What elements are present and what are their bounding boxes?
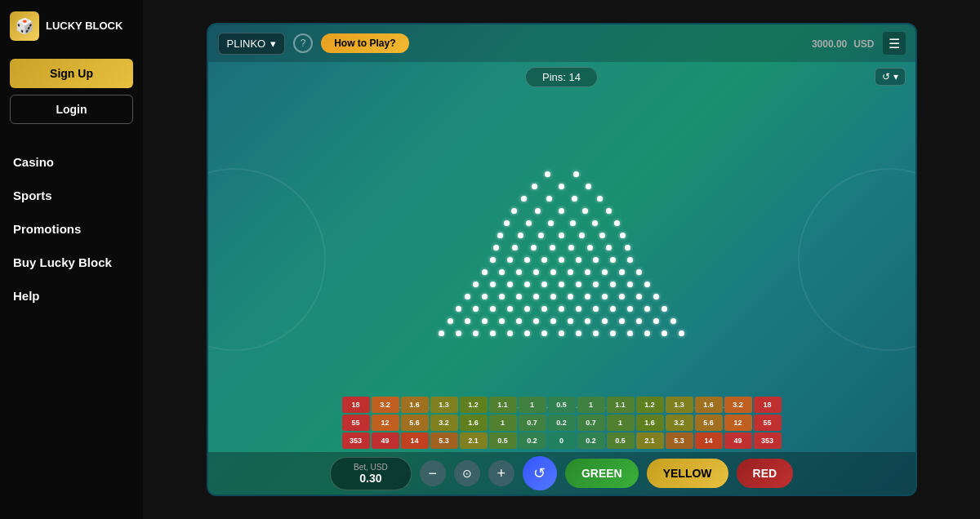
nav-menu: CasinoSportsPromotionsBuy Lucky BlockHel… <box>0 147 143 311</box>
how-to-play-button[interactable]: How to Play? <box>321 33 408 53</box>
plinko-board-inner <box>358 98 766 408</box>
pin-row <box>484 257 639 263</box>
pin <box>568 245 574 251</box>
pin <box>619 318 625 324</box>
sidebar-item-casino[interactable]: Casino <box>7 147 136 177</box>
multiplier-cell: 14 <box>695 432 723 449</box>
spin-button[interactable]: ↺ <box>523 456 557 490</box>
multiplier-cell: 18 <box>342 397 370 413</box>
pin <box>573 171 579 177</box>
pin <box>532 184 537 189</box>
minus-button[interactable]: − <box>420 460 446 486</box>
pin <box>662 330 667 336</box>
pin <box>541 257 547 263</box>
pin <box>620 233 626 238</box>
pin-row <box>467 282 656 287</box>
multiplier-cell: 1 <box>519 397 546 413</box>
sidebar-item-help[interactable]: Help <box>7 281 136 311</box>
red-button[interactable]: RED <box>737 459 794 488</box>
pin <box>541 306 547 312</box>
pin <box>541 282 547 287</box>
signup-button[interactable]: Sign Up <box>10 59 133 88</box>
game-name: PLINKO <box>227 38 266 50</box>
yellow-button[interactable]: YELLOW <box>647 459 728 488</box>
game-selector[interactable]: PLINKO ▾ <box>218 33 286 55</box>
pin <box>627 330 633 336</box>
multiplier-cell: 353 <box>754 432 782 449</box>
pin <box>518 233 523 238</box>
refresh-button[interactable]: ↺ ▾ <box>875 68 906 86</box>
pin <box>524 257 530 263</box>
pin-row <box>533 171 590 177</box>
pin <box>644 282 650 287</box>
pin-row <box>521 184 602 189</box>
multiplier-cell: 0.5 <box>607 432 635 449</box>
login-button[interactable]: Login <box>10 95 133 124</box>
pin <box>550 269 556 275</box>
plus-button[interactable]: + <box>488 460 514 486</box>
logo-area: 🎲 LUCKY BLOCK <box>0 0 143 52</box>
pin <box>548 220 554 226</box>
sidebar-item-promotions[interactable]: Promotions <box>7 214 136 244</box>
multiplier-cell: 0.2 <box>577 432 605 449</box>
multiplier-cell: 1.1 <box>607 397 635 413</box>
pin <box>490 330 496 336</box>
sidebar: 🎲 LUCKY BLOCK Sign Up Login CasinoSports… <box>0 0 143 519</box>
pin <box>610 257 616 263</box>
pin <box>516 318 522 324</box>
chevron-down-icon: ▾ <box>893 71 898 82</box>
pin <box>653 318 659 324</box>
pin <box>570 220 576 226</box>
logo-text: LUCKY BLOCK <box>46 20 122 33</box>
multiplier-cell: 0.5 <box>489 432 517 449</box>
pin <box>559 233 564 238</box>
pin <box>538 233 544 238</box>
multiplier-cell: 5.3 <box>666 432 693 449</box>
pin-row <box>459 294 665 299</box>
pin <box>585 269 590 275</box>
pin <box>627 282 633 287</box>
pin <box>568 269 573 275</box>
sidebar-item-buy[interactable]: Buy Lucky Block <box>7 247 136 277</box>
pin <box>493 245 499 251</box>
pin <box>524 330 530 336</box>
pin-row <box>496 220 628 226</box>
pin-row <box>487 245 637 251</box>
sidebar-item-sports[interactable]: Sports <box>7 180 136 211</box>
multiplier-cell: 1.6 <box>401 397 429 413</box>
multiplier-cell: 1.3 <box>430 397 458 413</box>
pin-row <box>450 306 673 312</box>
pin <box>473 330 479 336</box>
main-content: PLINKO ▾ ? How to Play? 3000.00 USD ☰ Pi… <box>143 0 980 519</box>
pin <box>662 306 667 312</box>
pin <box>524 306 530 312</box>
pin <box>679 330 684 336</box>
multiplier-cell: 2.1 <box>460 432 488 449</box>
pin <box>670 318 676 324</box>
pin <box>541 330 547 336</box>
pin-row <box>442 318 682 324</box>
stack-button[interactable]: ⊙ <box>454 460 480 486</box>
pin <box>606 208 612 214</box>
multiplier-cell: 3.2 <box>666 415 693 431</box>
multiplier-cell: 55 <box>754 415 782 431</box>
pin <box>644 306 650 312</box>
pin <box>653 294 659 299</box>
multiplier-cell: 2.1 <box>636 432 664 449</box>
pin <box>559 184 564 189</box>
pin <box>559 330 564 336</box>
pin <box>507 330 513 336</box>
pin <box>559 257 564 263</box>
pin-row <box>476 269 648 275</box>
pin <box>545 171 550 177</box>
bet-value: 0.30 <box>347 472 394 485</box>
multiplier-cell: 0.2 <box>519 432 546 449</box>
green-button[interactable]: GREEN <box>565 459 639 488</box>
help-icon[interactable]: ? <box>293 33 313 53</box>
multiplier-row: 183.21.61.31.21.110.511.11.21.31.63.218 <box>333 397 791 413</box>
pin <box>507 257 513 263</box>
menu-icon[interactable]: ☰ <box>883 32 906 55</box>
pin <box>504 220 510 226</box>
game-container: PLINKO ▾ ? How to Play? 3000.00 USD ☰ Pi… <box>207 23 917 496</box>
pin <box>582 208 588 214</box>
